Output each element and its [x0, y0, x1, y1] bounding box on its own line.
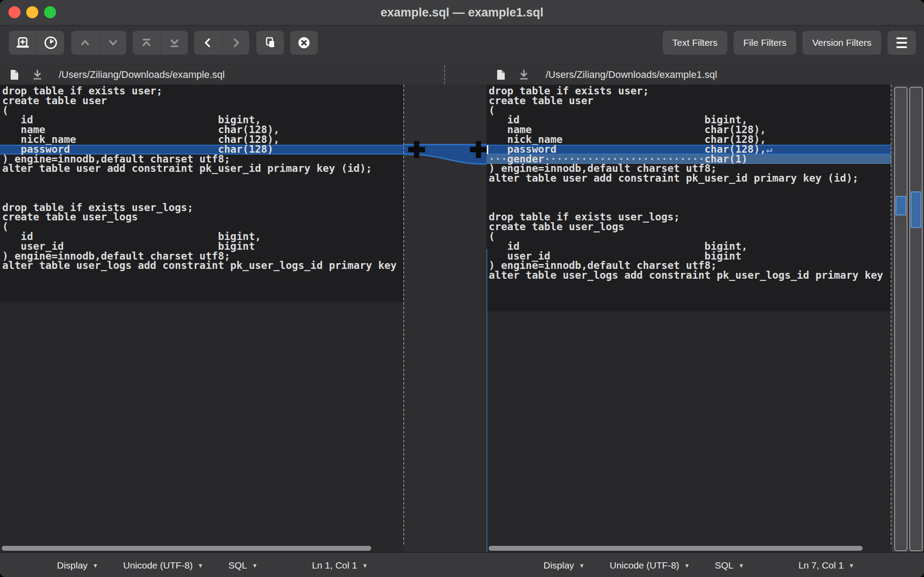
- cursor-position-dropdown[interactable]: Ln 1, Col 1▼: [312, 560, 368, 571]
- left-horizontal-scrollbar[interactable]: [2, 546, 371, 551]
- code-line[interactable]: [0, 174, 404, 183]
- text-caret: [487, 145, 488, 154]
- chevron-down-icon: ▼: [93, 562, 98, 569]
- window-title: example.sql — example1.sql: [0, 0, 924, 25]
- left-change-marker[interactable]: [896, 196, 906, 215]
- document-icon[interactable]: [6, 67, 22, 85]
- code-text: alter table user_logs add constraint pk_…: [2, 260, 404, 271]
- close-circle-icon: [297, 36, 311, 50]
- scroll-down-button[interactable]: [99, 31, 126, 55]
- code-line[interactable]: [0, 183, 404, 193]
- file-filters-button[interactable]: File Filters: [734, 31, 796, 55]
- code-line[interactable]: [486, 183, 892, 193]
- chevron-down-icon: ▼: [198, 562, 203, 569]
- chevron-down-icon: ▼: [362, 562, 368, 569]
- text-filters-label: Text Filters: [673, 37, 718, 48]
- code-line[interactable]: create table user_logs: [486, 222, 892, 232]
- copy-merge-icon: [263, 36, 277, 50]
- copy-merge-button[interactable]: [256, 31, 284, 55]
- chevron-down-icon: ▼: [684, 562, 690, 569]
- change-plus-marker-left[interactable]: [408, 141, 425, 158]
- status-bar: Display▼ Unicode (UTF-8)▼ SQL▼ Ln 1, Col…: [0, 552, 924, 577]
- history-button[interactable]: [36, 31, 64, 55]
- chevron-down-icon: ▼: [738, 562, 744, 569]
- jump-to-first-button[interactable]: [133, 31, 160, 55]
- code-line[interactable]: [486, 290, 892, 300]
- code-line[interactable]: alter table user add constraint pk_user_…: [0, 164, 404, 174]
- code-line[interactable]: [0, 280, 404, 290]
- left-editor-pane[interactable]: drop table if exists user;create table u…: [0, 85, 404, 552]
- code-line[interactable]: create table user: [0, 96, 404, 106]
- code-text: alter table user add constraint pk_user_…: [489, 172, 859, 184]
- left-overview-track[interactable]: [894, 87, 908, 551]
- right-file-path[interactable]: /Users/Ziliang/Downloads/example1.sql: [546, 64, 717, 85]
- version-filters-button[interactable]: Version Filters: [802, 31, 881, 55]
- chevron-down-icon: ▼: [252, 562, 258, 569]
- language-label: SQL: [715, 560, 734, 571]
- next-change-button[interactable]: [222, 31, 249, 55]
- chevron-down-icon: ▼: [848, 562, 854, 569]
- right-overview-track[interactable]: [909, 87, 923, 551]
- right-status-bar: Display▼ Unicode (UTF-8)▼ SQL▼ Ln 7, Col…: [543, 553, 854, 577]
- add-document-button[interactable]: [9, 31, 36, 55]
- language-dropdown[interactable]: SQL▼: [228, 560, 258, 571]
- cursor-position-dropdown[interactable]: Ln 7, Col 1▼: [798, 560, 854, 571]
- download-icon[interactable]: [516, 67, 532, 85]
- header-split-handle[interactable]: [444, 65, 445, 84]
- encoding-dropdown[interactable]: Unicode (UTF-8)▼: [123, 560, 203, 571]
- overview-scroller: [892, 85, 924, 552]
- code-line[interactable]: [0, 290, 404, 300]
- display-dropdown[interactable]: Display▼: [57, 560, 98, 571]
- diff-content: drop table if exists user;create table u…: [0, 85, 924, 552]
- change-plus-marker-right[interactable]: [470, 141, 487, 158]
- code-text: alter table user add constraint pk_user_…: [2, 163, 372, 174]
- language-dropdown[interactable]: SQL▼: [715, 560, 744, 571]
- cursor-position-label: Ln 1, Col 1: [312, 560, 357, 571]
- encoding-label: Unicode (UTF-8): [610, 560, 679, 571]
- code-line[interactable]: alter table user_logs add constraint pk_…: [486, 271, 892, 280]
- code-text: create table user_logs: [2, 211, 138, 223]
- display-label: Display: [57, 560, 88, 571]
- code-text: [489, 299, 495, 310]
- right-editor-pane[interactable]: drop table if exists user;create table u…: [486, 85, 892, 552]
- code-line[interactable]: alter table user add constraint pk_user_…: [486, 174, 892, 183]
- diff-gutter: [404, 85, 486, 552]
- previous-change-button[interactable]: [194, 31, 222, 55]
- code-line[interactable]: [486, 300, 892, 310]
- code-line[interactable]: alter table user_logs add constraint pk_…: [0, 261, 404, 271]
- scroll-up-button[interactable]: [71, 31, 99, 55]
- chevron-right-icon: [229, 36, 243, 49]
- display-dropdown[interactable]: Display▼: [543, 560, 585, 571]
- newline-marker: ↵: [766, 143, 772, 155]
- jump-to-first-icon: [140, 36, 153, 49]
- document-icon[interactable]: [493, 67, 509, 85]
- download-icon[interactable]: [29, 67, 45, 85]
- toolbar: Text Filters File Filters Version Filter…: [0, 26, 924, 64]
- left-file-path[interactable]: /Users/Ziliang/Downloads/example.sql: [59, 64, 225, 85]
- code-text: create table user: [489, 95, 593, 106]
- left-status-bar: Display▼ Unicode (UTF-8)▼ SQL▼ Ln 1, Col…: [57, 553, 368, 577]
- code-line[interactable]: [486, 193, 892, 203]
- close-diff-button[interactable]: [290, 31, 318, 55]
- right-change-marker[interactable]: [911, 191, 921, 228]
- right-horizontal-scrollbar[interactable]: [489, 546, 863, 551]
- code-line[interactable]: [0, 271, 404, 280]
- code-line[interactable]: create table user_logs: [0, 212, 404, 222]
- file-filters-label: File Filters: [743, 37, 786, 48]
- title-bar: example.sql — example1.sql: [0, 0, 924, 25]
- code-text: [2, 289, 8, 301]
- encoding-dropdown[interactable]: Unicode (UTF-8)▼: [610, 560, 690, 571]
- history-clock-icon: [43, 35, 58, 50]
- jump-to-last-button[interactable]: [160, 31, 188, 55]
- encoding-label: Unicode (UTF-8): [123, 560, 193, 571]
- hamburger-menu-icon: [896, 37, 907, 39]
- code-line[interactable]: [486, 280, 892, 290]
- code-text: create table user_logs: [489, 221, 624, 232]
- hamburger-menu-button[interactable]: [888, 31, 916, 55]
- version-filters-label: Version Filters: [812, 37, 871, 48]
- chevron-down-icon: [106, 36, 120, 49]
- hamburger-menu-icon: [896, 46, 907, 48]
- text-filters-button[interactable]: Text Filters: [663, 31, 728, 55]
- code-line[interactable]: create table user: [486, 96, 892, 106]
- diff-window: example.sql — example1.sql: [0, 0, 924, 577]
